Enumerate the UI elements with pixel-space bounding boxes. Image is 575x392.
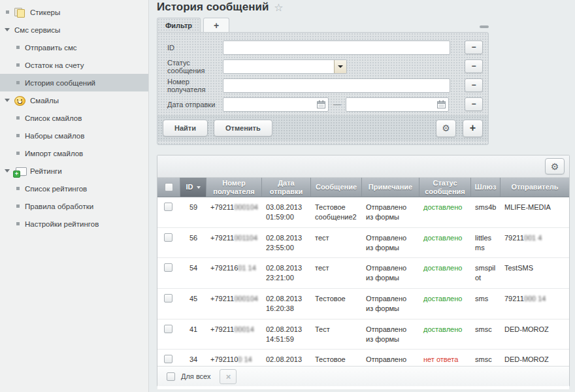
sidebar-item-send-sms[interactable]: Отправить смс — [0, 39, 148, 56]
sidebar-item-processing-rules[interactable]: Правила обработки — [0, 197, 148, 215]
main-content: История сообщений ☆ Фильтр + ID − Статус… — [149, 0, 575, 392]
sidebar-item-balance[interactable]: Остаток на счету — [0, 56, 148, 74]
cell-checkbox — [157, 228, 180, 258]
cell-checkbox — [157, 319, 180, 350]
stickers-icon — [14, 7, 25, 18]
sidebar-item-message-history[interactable]: История сообщений — [0, 74, 148, 91]
sidebar-item-stickers[interactable]: Стикеры — [0, 3, 148, 21]
cell-gateway: smsc — [471, 319, 501, 350]
cell-status: доставлено — [419, 289, 471, 319]
bullet-icon — [15, 134, 25, 137]
status-select[interactable] — [223, 59, 347, 74]
page-title: История сообщений — [157, 1, 269, 14]
cell-sender: TestSMS — [501, 258, 569, 288]
row-checkbox[interactable] — [164, 325, 172, 333]
date-from-input[interactable] — [223, 97, 329, 112]
table-row[interactable]: 41 +7921100014 02.08.201314:51:59 Тест О… — [157, 319, 569, 350]
cell-sender: 79211001 4 — [501, 228, 569, 258]
clear-selection-button[interactable]: × — [220, 369, 237, 384]
remove-date-filter-button[interactable]: − — [465, 97, 483, 111]
status-badge: доставлено — [423, 295, 462, 302]
row-checkbox[interactable] — [164, 203, 172, 211]
date-to-input[interactable] — [346, 97, 449, 112]
find-button[interactable]: Найти — [163, 120, 208, 137]
phone-input[interactable] — [223, 78, 450, 93]
for-all-checkbox[interactable] — [167, 372, 175, 381]
cell-id: 45 — [180, 289, 206, 319]
table-settings-button[interactable]: ⚙ — [545, 158, 565, 174]
table-row[interactable]: 56 +79211001104 02.08.201323:55:00 тест … — [157, 228, 569, 259]
cancel-button[interactable]: Отменить — [214, 120, 272, 137]
table-row[interactable]: 59 +79211000104 03.08.201301:59:00 Тесто… — [157, 197, 569, 228]
table-toolbar: ⚙ — [157, 155, 569, 178]
sidebar-item-smiley-list[interactable]: Список смайлов — [0, 109, 148, 127]
phone-field-label: Номер получателя — [157, 78, 223, 93]
column-header-id[interactable]: ID — [180, 178, 206, 197]
bullet-icon — [15, 116, 25, 120]
cell-sender: MLIFE-MEDIA — [501, 197, 569, 227]
expand-triangle-icon[interactable] — [5, 99, 14, 102]
cell-note: Отправлено из формы — [362, 319, 419, 350]
bullet-icon — [15, 152, 25, 155]
cell-date: 02.08.201323:55:00 — [262, 228, 311, 258]
add-tab-button[interactable]: + — [203, 18, 229, 32]
sidebar-item-smiley-import[interactable]: Импорт смайлов — [0, 144, 148, 162]
cell-date: 02.08.201316:20:38 — [262, 289, 311, 319]
chevron-down-icon[interactable] — [334, 60, 346, 73]
cell-id: 59 — [180, 197, 206, 227]
status-badge: доставлено — [423, 264, 462, 272]
tab-filter[interactable]: Фильтр — [157, 18, 201, 32]
table-row[interactable]: 45 +79211000104 02.08.201316:20:38 Тесто… — [157, 289, 569, 319]
remove-id-filter-button[interactable]: − — [465, 41, 483, 54]
column-header-gateway[interactable]: Шлюз — [471, 178, 501, 197]
cell-id: 56 — [180, 228, 206, 258]
filter-settings-button[interactable]: ⚙ — [436, 120, 456, 137]
sidebar-item-smileys[interactable]: Смайлы — [0, 91, 148, 109]
column-header-date[interactable]: Дата отправки — [262, 178, 311, 197]
column-header-note[interactable]: Примечание — [362, 178, 419, 197]
sidebar-item-sms-services[interactable]: Смс сервисы — [0, 21, 148, 39]
column-header-message[interactable]: Сообщение — [311, 178, 362, 197]
filter-tabs: Фильтр + — [157, 18, 489, 32]
bullet-icon — [15, 222, 25, 225]
cell-note: Отправлено из формы — [362, 228, 419, 258]
sort-desc-icon — [197, 186, 201, 189]
cell-gateway: sms4b — [471, 197, 501, 227]
row-checkbox[interactable] — [164, 355, 172, 363]
sidebar-item-ratings[interactable]: Рейтинги — [0, 162, 148, 180]
bullet-icon — [15, 187, 25, 190]
calendar-icon[interactable] — [437, 100, 446, 108]
status-field-label: Статус сообщения — [157, 59, 223, 74]
select-all-header-cell — [157, 178, 180, 197]
cell-note: Отправлено из формы — [362, 258, 419, 288]
sidebar-item-ratings-list[interactable]: Список рейтингов — [0, 180, 148, 197]
table-row[interactable]: 54 +79211601 14 02.08.201323:21:00 тест … — [157, 258, 569, 289]
date-range-dash: — — [333, 100, 341, 109]
remove-phone-filter-button[interactable]: − — [465, 78, 483, 92]
collapse-filter-icon[interactable] — [480, 25, 489, 28]
cell-gateway: littlesms — [471, 228, 501, 258]
column-header-status[interactable]: Статус сообщения — [419, 178, 471, 197]
add-filter-button[interactable]: + — [463, 120, 483, 137]
cell-recipient: +79211001104 — [206, 228, 262, 258]
select-all-checkbox[interactable] — [165, 183, 173, 191]
calendar-icon[interactable] — [317, 100, 325, 108]
id-input[interactable] — [223, 41, 450, 55]
sidebar-item-ratings-settings[interactable]: Настройки рейтингов — [0, 215, 148, 233]
status-badge: доставлено — [423, 325, 462, 333]
row-checkbox[interactable] — [164, 294, 172, 302]
column-header-sender[interactable]: Отправитель — [501, 178, 569, 197]
expand-triangle-icon[interactable] — [5, 28, 14, 31]
row-checkbox[interactable] — [164, 233, 172, 242]
cell-gateway: sms — [471, 289, 501, 319]
sidebar-item-smiley-sets[interactable]: Наборы смайлов — [0, 127, 148, 144]
messages-table-panel: ⚙ ID Номер получателя Дата отправки Сооб… — [157, 155, 570, 387]
date-field-label: Дата отправки — [157, 101, 223, 108]
bullet-icon — [15, 204, 25, 208]
favorite-star-icon[interactable]: ☆ — [274, 1, 283, 14]
row-checkbox[interactable] — [164, 263, 172, 272]
column-header-recipient[interactable]: Номер получателя — [206, 178, 262, 197]
for-all-label: Для всех — [181, 372, 210, 380]
remove-status-filter-button[interactable]: − — [465, 59, 483, 73]
cell-note: Отправлено из формы — [362, 289, 419, 319]
